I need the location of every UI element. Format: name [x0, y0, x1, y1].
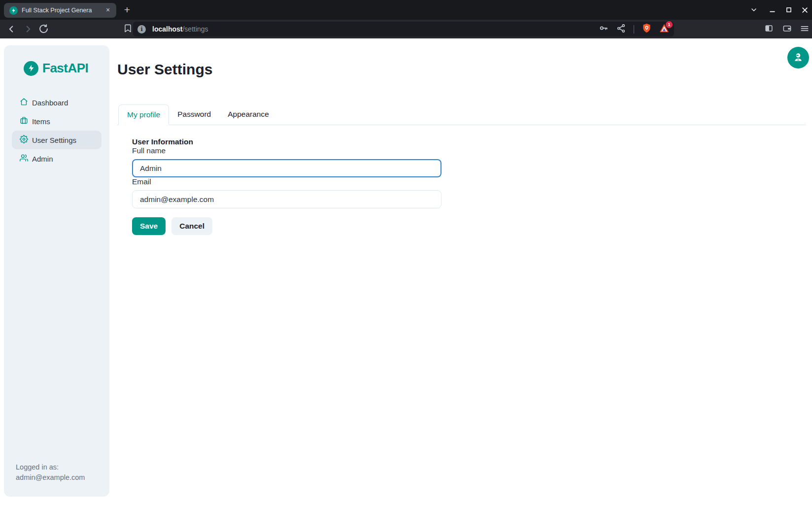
fastapi-logo: FastAPI	[24, 61, 109, 76]
sidebar-item-user-settings[interactable]: User Settings	[12, 131, 102, 149]
settings-tabs: My profile Password Appearance	[117, 104, 806, 125]
close-window-icon[interactable]	[801, 0, 809, 20]
app-page: FastAPI Dashboard Items User Settings	[0, 38, 812, 505]
astronaut-user-icon	[793, 52, 804, 64]
sidebar-nav: Dashboard Items User Settings Admin	[4, 93, 109, 168]
menu-hamburger-icon[interactable]	[800, 24, 811, 34]
wallet-icon[interactable]	[782, 24, 793, 34]
toolbar-divider	[634, 25, 634, 34]
forward-icon[interactable]	[23, 24, 34, 34]
full-name-input[interactable]	[132, 159, 441, 177]
browser-toolbar: i localhost/settings 1	[0, 20, 812, 38]
tab-my-profile[interactable]: My profile	[118, 104, 169, 125]
sidebar-item-dashboard[interactable]: Dashboard	[12, 93, 102, 112]
tab-title-fade	[92, 3, 104, 18]
fastapi-favicon-icon	[9, 6, 18, 15]
brave-rewards-icon[interactable]: 1	[659, 24, 669, 34]
tab-close-icon[interactable]: ×	[103, 6, 112, 15]
rewards-badge: 1	[666, 21, 673, 28]
save-button[interactable]: Save	[132, 217, 166, 235]
users-icon	[20, 154, 28, 164]
url-bar[interactable]: i localhost/settings 1	[133, 22, 674, 36]
share-icon[interactable]	[616, 24, 626, 35]
reload-icon[interactable]	[38, 24, 49, 34]
site-info-icon[interactable]: i	[137, 25, 146, 34]
gear-icon	[20, 135, 28, 145]
sidebar-item-items[interactable]: Items	[12, 112, 102, 131]
cancel-button[interactable]: Cancel	[171, 217, 212, 235]
url-path: /settings	[182, 25, 208, 33]
main-content: User Settings My profile Password Appear…	[109, 38, 812, 505]
url-host: localhost	[152, 25, 182, 33]
tab-search-chevron-icon[interactable]	[750, 0, 758, 20]
key-icon[interactable]	[599, 23, 609, 35]
sidebar-item-label: Admin	[32, 155, 53, 163]
email-input[interactable]	[132, 190, 441, 208]
form-actions: Save Cancel	[132, 217, 806, 235]
new-tab-button[interactable]: +	[121, 4, 133, 16]
logged-in-footer: Logged in as: admin@example.com	[4, 462, 109, 497]
tab-appearance[interactable]: Appearance	[219, 104, 277, 125]
sidebar-item-label: Dashboard	[32, 99, 68, 107]
profile-form: User Information Full name Email Save Ca…	[132, 137, 806, 235]
briefcase-icon	[20, 116, 28, 127]
browser-tab[interactable]: Full Stack Project Genera ×	[4, 3, 116, 18]
user-menu-button[interactable]	[787, 47, 809, 68]
email-label: Email	[132, 177, 151, 186]
sidebar: FastAPI Dashboard Items User Settings	[4, 45, 109, 497]
sidebar-item-label: Items	[32, 117, 50, 126]
sidebar-toggle-icon[interactable]	[764, 24, 775, 34]
browser-tab-strip: Full Stack Project Genera × +	[0, 0, 812, 20]
home-icon	[20, 98, 28, 108]
fastapi-bolt-icon	[24, 61, 38, 76]
tab-password[interactable]: Password	[169, 104, 219, 125]
back-icon[interactable]	[6, 24, 17, 34]
sidebar-item-admin[interactable]: Admin	[12, 149, 102, 168]
section-title: User Information	[132, 137, 806, 146]
minimize-window-icon[interactable]	[769, 0, 776, 20]
page-title: User Settings	[117, 61, 806, 78]
fastapi-logo-text: FastAPI	[42, 61, 88, 76]
brave-shield-icon[interactable]	[642, 23, 651, 35]
maximize-window-icon[interactable]	[785, 0, 792, 20]
sidebar-item-label: User Settings	[32, 136, 76, 144]
bookmark-icon[interactable]	[123, 24, 134, 34]
full-name-label: Full name	[132, 146, 166, 155]
logged-in-label: Logged in as:	[16, 462, 98, 472]
logged-in-email: admin@example.com	[16, 472, 98, 483]
